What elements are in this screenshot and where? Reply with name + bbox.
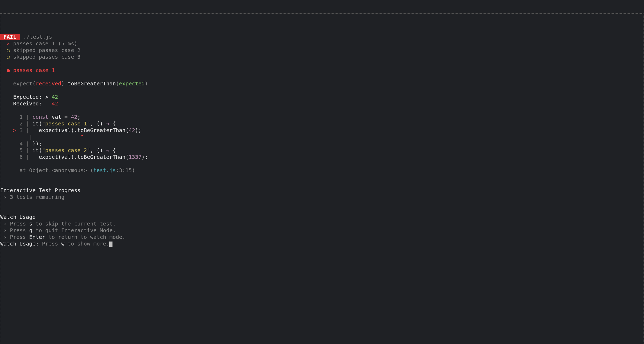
expected-label: Expected: > [0,94,52,100]
code-token: toBeGreaterThan [77,154,126,160]
result-marker-0: × [0,40,13,47]
code-gutter-pipe: | [26,134,35,140]
code-gutter-prefix [0,147,19,153]
code-gutter-pipe: | [23,147,32,153]
code-token: toBeGreaterThan [77,127,126,133]
code-line-number [23,134,26,140]
received-value: 42 [52,100,58,107]
result-text-0: passes case 1 [13,40,58,47]
received-label: Received: [0,100,52,107]
code-token: const [32,114,51,120]
code-token: ^ [35,134,84,140]
watch-hint-prefix: Press [10,227,29,234]
code-token: }); [32,140,42,147]
code-gutter-pipe: | [23,120,32,127]
code-gutter-pipe: | [23,140,32,147]
progress-title: Interactive Test Progress [0,187,80,193]
watch-hint-prefix: Press [10,234,29,240]
code-token: 42 [68,114,77,120]
watch-footer-label: Watch Usage: [0,240,39,247]
code-token: it [32,147,39,153]
code-token: 1337 [129,154,142,160]
punct: ( [116,80,119,87]
stack-file: test.js [93,167,116,173]
code-line-number: 4 [19,140,23,147]
fail-title: passes case 1 [13,67,55,73]
arrow-icon: › [0,194,10,200]
code-line-number: 2 [19,120,23,127]
result-text-1: skipped passes case 2 [13,47,80,53]
code-token: it [32,120,39,127]
fail-bullet-icon: ● [0,67,13,73]
code-token: , () [90,120,106,127]
code-line-number: 3 [19,127,23,133]
watch-hint-prefix: Press [10,220,29,227]
code-gutter-pipe: | [23,127,32,133]
watch-key-s[interactable]: s [29,220,32,227]
punct: ) [145,80,148,87]
arrow-icon: › [0,220,10,227]
code-gutter-prefix [0,140,19,147]
watch-usage-title: Watch Usage [0,214,35,220]
result-marker-2: ○ [0,54,13,60]
expected-value: 42 [52,94,58,100]
code-gutter-prefix [0,120,19,127]
terminal-output: FAIL ./test.js × passes case 1 (5 ms) ○ … [0,34,643,247]
watch-key-enter[interactable]: Enter [29,234,45,240]
code-line-number: 1 [19,114,23,120]
arrow-icon: › [0,234,10,240]
stack-location: :3:15 [116,167,132,173]
punct: ). [61,80,68,87]
code-token: 42 [129,127,135,133]
code-gutter-prefix: > [0,127,19,133]
code-token: ( [39,147,42,153]
code-token: ⇒ [106,147,109,153]
code-token: { [109,120,116,127]
code-token: , () [90,147,106,153]
terminal-cursor[interactable] [109,242,112,247]
matcher-name: toBeGreaterThan [68,80,116,87]
code-token: "passes case 1" [42,120,90,127]
code-line-number: 6 [19,154,23,160]
code-line-number: 5 [19,147,23,153]
stack-prefix: at Object.<anonymous> ( [19,167,93,173]
code-token: ( [126,127,129,133]
code-gutter-pipe: | [23,154,32,160]
punct: ) [132,167,135,173]
received-keyword: received [35,80,61,87]
expect-keyword: expect( [13,80,35,87]
watch-key-w[interactable]: w [61,240,65,247]
expected-keyword: expected [119,80,145,87]
code-token: ⇒ [106,120,109,127]
code-gutter-prefix [0,134,23,140]
code-token: val [52,114,65,120]
arrow-icon: › [0,227,10,234]
watch-key-q[interactable]: q [29,227,32,234]
watch-hint-suffix: to return to watch mode. [45,234,126,240]
code-token: = [65,114,68,120]
watch-hint-suffix: to skip the current test. [32,220,116,227]
progress-remaining: 3 tests remaining [10,194,65,200]
indent [0,167,19,173]
code-token: "passes case 2" [42,147,90,153]
code-gutter-prefix [0,154,19,160]
result-marker-1: ○ [0,47,13,53]
fail-badge: FAIL [0,34,20,40]
code-token: ); [135,127,142,133]
indent [0,80,13,87]
code-token: expect(val). [32,127,77,133]
code-gutter-pipe: | [23,114,32,120]
code-token: ( [39,120,42,127]
watch-footer-prefix: Press [39,240,61,247]
watch-footer-suffix: to show more. [65,240,110,247]
code-token: { [109,147,116,153]
code-token: ( [126,154,129,160]
code-token: expect(val). [32,154,77,160]
code-token: ); [142,154,148,160]
watch-hint-suffix: to quit Interactive Mode. [32,227,116,234]
result-duration-0: (5 ms) [58,40,77,47]
result-text-2: skipped passes case 3 [13,54,80,60]
code-gutter-prefix [0,114,19,120]
code-token: ; [77,114,80,120]
test-file-path: ./test.js [20,34,52,40]
